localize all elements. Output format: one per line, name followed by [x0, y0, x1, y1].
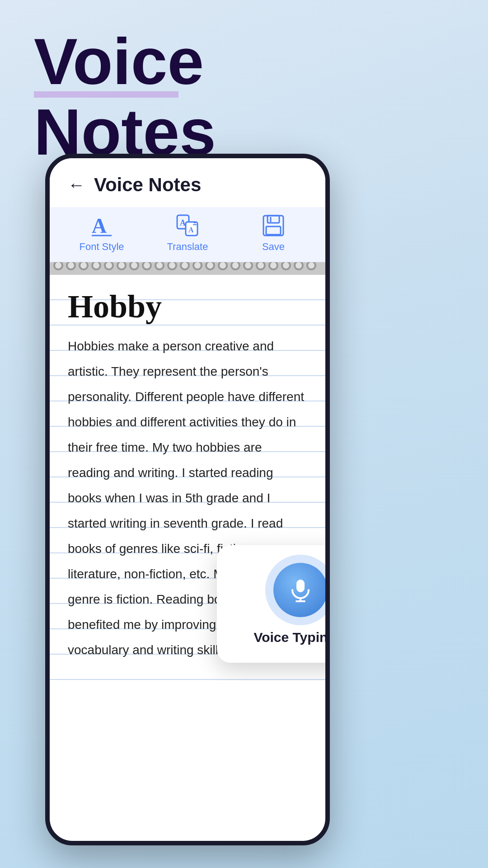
translate-label: Translate: [167, 241, 208, 253]
bump: [268, 262, 278, 270]
save-button[interactable]: Save: [230, 214, 316, 253]
bump: [230, 262, 240, 270]
bg-title-line1: Voice: [34, 27, 216, 96]
bump: [117, 262, 127, 270]
svg-rect-9: [267, 216, 279, 223]
spiral-bumps: [52, 262, 318, 270]
bump: [142, 262, 152, 270]
save-label: Save: [262, 241, 285, 253]
bump: [155, 262, 164, 270]
svg-text:A: A: [92, 214, 107, 237]
note-title: Hobby: [68, 284, 307, 329]
font-style-button[interactable]: A Font Style: [59, 214, 145, 253]
bump: [129, 262, 139, 270]
bump: [294, 262, 304, 270]
notebook: Hobby Hobbies make a person creative and…: [50, 262, 325, 681]
bump: [53, 262, 63, 270]
phone-frame: ← Voice Notes A Font Style A A Translate: [45, 154, 330, 845]
bump: [66, 262, 76, 270]
toolbar: A Font Style A A Translate: [50, 207, 325, 262]
bump: [281, 262, 291, 270]
app-header: ← Voice Notes: [50, 158, 325, 207]
bump: [218, 262, 228, 270]
translate-icon: A A: [176, 214, 199, 237]
svg-rect-12: [296, 580, 305, 592]
bump: [180, 262, 190, 270]
font-style-icon: A: [90, 214, 113, 237]
bump: [205, 262, 215, 270]
app-header-title: Voice Notes: [94, 174, 201, 196]
save-icon: [262, 214, 285, 237]
font-style-label: Font Style: [79, 241, 124, 253]
bump: [91, 262, 101, 270]
voice-typing-popup: Voice Typing...: [217, 545, 325, 663]
background-title: Voice Notes: [34, 27, 216, 167]
bump: [256, 262, 266, 270]
bump: [79, 262, 89, 270]
bump: [306, 262, 316, 270]
bump: [167, 262, 177, 270]
voice-typing-label: Voice Typing...: [253, 630, 325, 645]
svg-text:A: A: [180, 218, 186, 227]
svg-rect-10: [266, 226, 281, 235]
microphone-icon: [288, 578, 313, 602]
mic-button[interactable]: [273, 563, 325, 617]
back-button[interactable]: ←: [68, 175, 85, 195]
bump: [243, 262, 253, 270]
bump: [104, 262, 114, 270]
spiral-decoration: [50, 262, 325, 275]
bump: [192, 262, 202, 270]
translate-button[interactable]: A A Translate: [145, 214, 230, 253]
svg-text:A: A: [188, 226, 194, 234]
